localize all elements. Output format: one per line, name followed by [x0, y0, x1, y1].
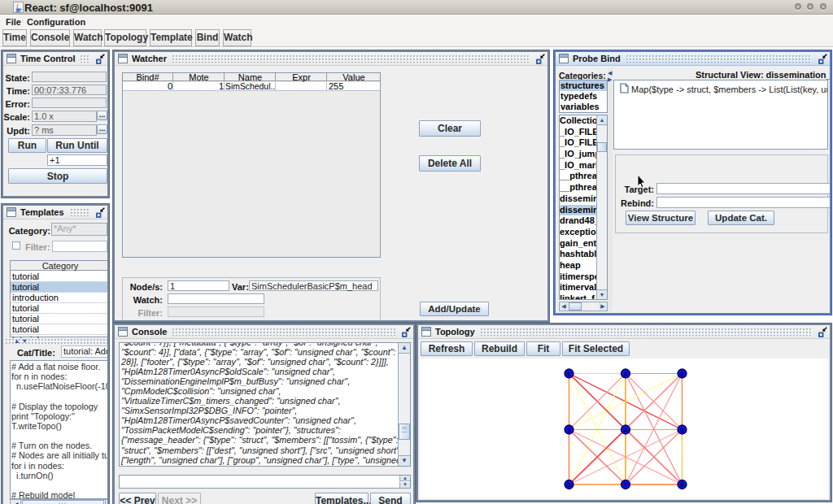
svg-text:5: 5 — [680, 427, 684, 434]
svg-text:6: 6 — [567, 481, 571, 489]
svg-text:1: 1 — [624, 371, 628, 378]
svg-text:2: 2 — [680, 371, 684, 378]
svg-text:7: 7 — [624, 481, 628, 489]
svg-text:4: 4 — [624, 427, 628, 434]
svg-text:9: 9 — [567, 371, 571, 378]
svg-text:3: 3 — [567, 427, 571, 434]
svg-text:8: 8 — [680, 481, 684, 489]
